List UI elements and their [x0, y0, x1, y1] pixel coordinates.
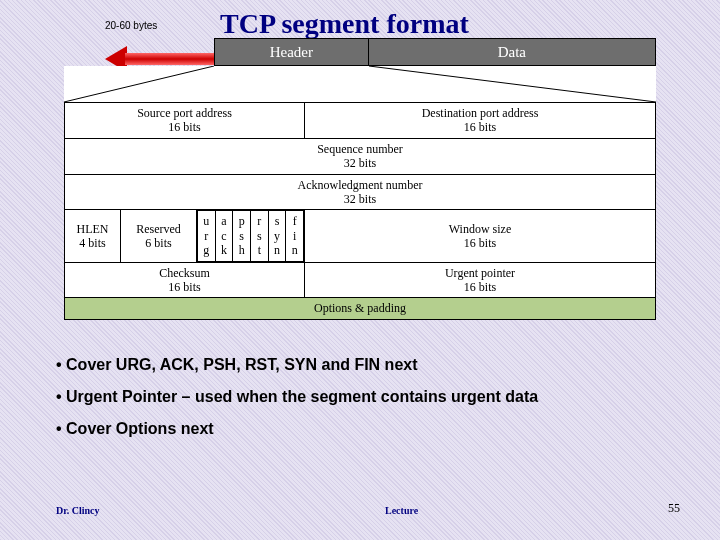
urgent-cell: Urgent pointer16 bits	[305, 262, 656, 298]
footer-author: Dr. Clincy	[56, 505, 100, 516]
header-table: Source port address16 bits Destination p…	[64, 102, 656, 320]
bytes-label: 20-60 bytes	[105, 20, 157, 31]
hlen-cell: HLEN4 bits	[65, 210, 121, 262]
svg-line-1	[369, 66, 656, 102]
slide-title: TCP segment format	[220, 8, 469, 40]
bullet-list: Cover URG, ACK, PSH, RST, SYN and FIN ne…	[56, 356, 538, 452]
segment-header-box: Header	[214, 38, 369, 66]
footer-lecture: Lecture	[385, 505, 418, 516]
flags-cell: urg ack psh rst syn fin	[197, 210, 305, 262]
seq-cell: Sequence number32 bits	[65, 138, 656, 174]
checksum-cell: Checksum16 bits	[65, 262, 305, 298]
expansion-wedge	[64, 66, 656, 102]
options-cell: Options & padding	[65, 298, 656, 319]
flag-syn: syn	[268, 211, 286, 261]
src-port-cell: Source port address16 bits	[65, 103, 305, 139]
tcp-diagram: Header Data Source port address16 bits D…	[64, 38, 656, 320]
bullet-item: Urgent Pointer – used when the segment c…	[56, 388, 538, 406]
flag-psh: psh	[233, 211, 251, 261]
window-cell: Window size16 bits	[305, 210, 656, 262]
dst-port-cell: Destination port address16 bits	[305, 103, 656, 139]
ack-cell: Acknowledgment number32 bits	[65, 174, 656, 210]
footer-page-number: 55	[668, 501, 680, 516]
reserved-cell: Reserved6 bits	[121, 210, 197, 262]
bullet-item: Cover URG, ACK, PSH, RST, SYN and FIN ne…	[56, 356, 538, 374]
segment-data-box: Data	[369, 38, 656, 66]
flag-fin: fin	[286, 211, 304, 261]
flag-rst: rst	[251, 211, 269, 261]
bullet-item: Cover Options next	[56, 420, 538, 438]
flag-urg: urg	[198, 211, 216, 261]
flag-ack: ack	[215, 211, 233, 261]
svg-line-0	[64, 66, 214, 102]
